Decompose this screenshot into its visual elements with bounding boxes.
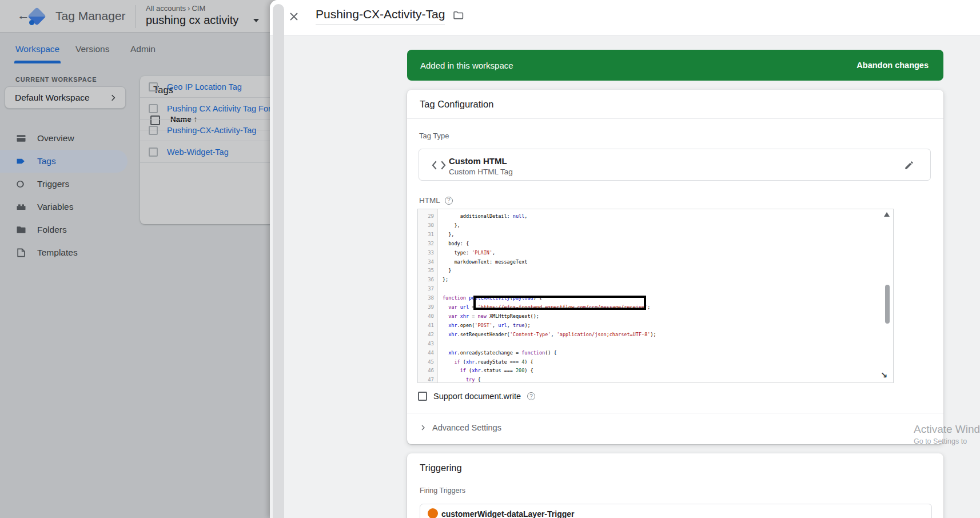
scrollbar-up-arrow[interactable] bbox=[884, 212, 890, 217]
code-line: }, bbox=[443, 230, 885, 240]
code-line: xhr.setRequestHeader('Content-Type', 'ap… bbox=[443, 330, 885, 340]
html-code-editor[interactable]: 29303132333435363738394041424344454647 a… bbox=[417, 209, 894, 383]
code-line: try { bbox=[443, 376, 885, 383]
code-line: var url = 'https://efcx-frontend.expertf… bbox=[443, 303, 885, 312]
close-icon[interactable] bbox=[289, 11, 299, 22]
help-icon[interactable]: ? bbox=[445, 197, 453, 205]
code-line: type: 'PLAIN', bbox=[443, 249, 885, 258]
tag-name-title[interactable]: Pushing-CX-Activity-Tag bbox=[316, 7, 445, 25]
divider bbox=[407, 413, 943, 413]
trigger-icon bbox=[428, 508, 438, 518]
resize-handle-icon[interactable]: ↘ bbox=[881, 370, 887, 379]
code-line bbox=[443, 340, 885, 349]
watermark-line2: Go to Settings to bbox=[914, 437, 980, 445]
code-content[interactable]: additionalDetail: null, }, }, body: { ty… bbox=[443, 209, 885, 383]
code-line: body: { bbox=[443, 240, 885, 249]
code-line: xhr.onreadystatechange = function() { bbox=[443, 349, 885, 358]
code-line: markdownText: messageText bbox=[443, 258, 885, 267]
divider bbox=[407, 118, 943, 119]
sheet-edge-strip bbox=[273, 4, 284, 518]
triggering-card: Triggering Firing Triggers customerWidge… bbox=[407, 453, 943, 518]
code-line: if (xhr.readyState === 4) { bbox=[443, 358, 885, 367]
code-line: function postCXActivity(payload) { bbox=[443, 294, 885, 303]
tag-editor-sheet: Pushing-CX-Activity-Tag Added in this wo… bbox=[270, 0, 980, 518]
code-line bbox=[443, 285, 885, 294]
abandon-changes-button[interactable]: Abandon changes bbox=[856, 61, 929, 70]
folder-icon[interactable] bbox=[452, 9, 464, 21]
tag-type-name: Custom HTML bbox=[449, 156, 507, 166]
support-document-write-label: Support document.write bbox=[433, 392, 521, 401]
scrollbar-thumb[interactable] bbox=[885, 285, 890, 324]
firing-triggers-label: Firing Triggers bbox=[420, 487, 465, 495]
code-icon bbox=[432, 160, 446, 171]
tag-type-label: Tag Type bbox=[419, 132, 449, 140]
help-icon[interactable]: ? bbox=[527, 392, 535, 400]
tag-type-description: Custom HTML Tag bbox=[449, 168, 513, 176]
trigger-row[interactable]: customerWidget-dataLayer-Trigger bbox=[420, 504, 932, 518]
code-line: additionalDetail: null, bbox=[443, 212, 885, 221]
code-line: }, bbox=[443, 221, 885, 230]
code-line: if (xhr.status === 200) { bbox=[443, 366, 885, 376]
chevron-right-icon bbox=[420, 424, 427, 431]
watermark-line1: Activate Wind bbox=[914, 423, 980, 436]
banner-status-text: Added in this workspace bbox=[420, 61, 856, 70]
sheet-header: Pushing-CX-Activity-Tag bbox=[270, 0, 980, 35]
support-document-write-checkbox[interactable] bbox=[418, 392, 427, 401]
edit-icon[interactable] bbox=[904, 160, 914, 170]
windows-activation-watermark: Activate Wind Go to Settings to bbox=[914, 423, 980, 445]
code-line: xhr.open('POST', url, true); bbox=[443, 321, 885, 330]
workspace-status-banner: Added in this workspace Abandon changes bbox=[407, 50, 943, 81]
html-label: HTML bbox=[419, 196, 440, 205]
tag-configuration-heading: Tag Configuration bbox=[420, 99, 493, 110]
line-number-gutter: 29303132333435363738394041424344454647 bbox=[418, 209, 438, 382]
tag-configuration-card: Tag Configuration Tag Type Custom HTML C… bbox=[407, 90, 943, 444]
triggering-heading: Triggering bbox=[420, 463, 462, 473]
code-line: }; bbox=[443, 276, 885, 285]
code-line: } bbox=[443, 266, 885, 276]
screen: ← Tag Manager All accounts›CIM pushing c… bbox=[0, 0, 980, 518]
code-line: var xhr = new XMLHttpRequest(); bbox=[443, 312, 885, 321]
tag-type-box[interactable]: Custom HTML Custom HTML Tag bbox=[419, 149, 931, 181]
advanced-settings-label: Advanced Settings bbox=[432, 423, 501, 432]
trigger-name: customerWidget-dataLayer-Trigger bbox=[441, 509, 574, 518]
advanced-settings-expander[interactable]: Advanced Settings bbox=[420, 423, 501, 432]
